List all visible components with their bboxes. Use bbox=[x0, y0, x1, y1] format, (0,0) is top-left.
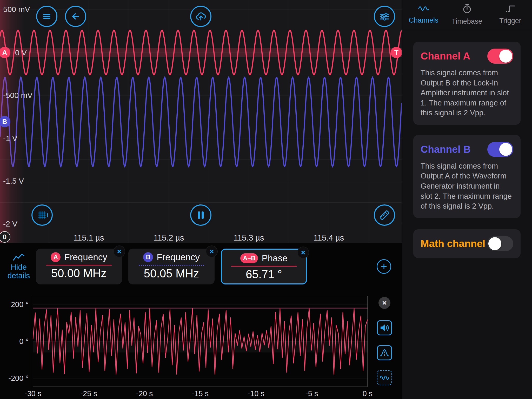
scope-y-label: -2 V bbox=[3, 220, 17, 228]
measurement-cards: AFrequency50.00 MHz×BFrequency50.05 MHz×… bbox=[36, 249, 307, 284]
back-button[interactable] bbox=[65, 6, 86, 27]
ruler-icon bbox=[378, 209, 390, 221]
channel-card-header: Channel B bbox=[421, 142, 513, 157]
measurement-label: Phase bbox=[262, 253, 287, 263]
statistics-button[interactable] bbox=[377, 345, 392, 360]
pause-icon bbox=[196, 210, 205, 220]
scope-x-label: 115.1 µs bbox=[74, 233, 104, 243]
audio-monitor-button[interactable] bbox=[377, 320, 392, 335]
history-x-label: 0 s bbox=[363, 389, 373, 398]
channel-toggle[interactable] bbox=[487, 49, 513, 64]
precision-grid-button[interactable] bbox=[31, 204, 53, 226]
trigger-marker[interactable]: T bbox=[391, 47, 402, 58]
measurement-value: 50.05 MHz bbox=[144, 267, 199, 280]
scope-x-label: 115.2 µs bbox=[154, 233, 184, 243]
measurement-card[interactable]: AFrequency50.00 MHz× bbox=[36, 249, 122, 284]
scope-y-label: 0 V bbox=[15, 48, 27, 57]
channel-description: This signal comes from Output B of the L… bbox=[421, 68, 513, 118]
measurement-card-header: BFrequency bbox=[143, 252, 200, 262]
channel-card: Math channel bbox=[413, 229, 521, 258]
scope-x-label: 115.3 µs bbox=[234, 233, 264, 243]
speaker-icon bbox=[380, 323, 389, 332]
tab-label: Timebase bbox=[452, 17, 482, 25]
channel-title: Channel B bbox=[421, 144, 471, 155]
measurement-label: Frequency bbox=[157, 252, 200, 262]
measurement-value: 50.00 MHz bbox=[51, 267, 107, 280]
pause-button[interactable] bbox=[190, 204, 211, 226]
channel-badge: A–B bbox=[240, 253, 258, 263]
channel-card: Channel AThis signal comes from Output B… bbox=[413, 42, 521, 125]
hide-details-button[interactable]: Hide details bbox=[4, 253, 34, 280]
history-x-label: -20 s bbox=[136, 389, 153, 398]
oscilloscope-app: 500 mV0 V-500 mV-1 V-1.5 V-2 V 115.1 µs1… bbox=[0, 0, 532, 399]
close-icon: × bbox=[382, 298, 387, 307]
history-y-label: 200 ° bbox=[5, 300, 29, 309]
history-y-label: 0 ° bbox=[5, 337, 29, 346]
measurement-history-panel: 200 °0 °-200 °-30 s-25 s-20 s-15 s-10 s-… bbox=[0, 290, 402, 399]
channel-toggle[interactable] bbox=[487, 142, 513, 157]
menu-button[interactable] bbox=[36, 6, 57, 27]
history-close-button[interactable]: × bbox=[378, 297, 390, 309]
channel-card: Channel BThis signal comes from Output A… bbox=[413, 135, 521, 218]
scope-x-label: 115.4 µs bbox=[314, 233, 344, 243]
scope-y-label: -1.5 V bbox=[3, 177, 24, 185]
display-settings-button[interactable] bbox=[374, 6, 395, 27]
sidebar-tabbar: ChannelsTimebaseTrigger bbox=[402, 0, 532, 29]
channel-badge: A bbox=[51, 252, 61, 262]
measurement-value: 65.71 ° bbox=[246, 268, 282, 281]
toggle-knob bbox=[499, 143, 512, 156]
add-measurement-button[interactable]: + bbox=[377, 259, 391, 274]
measurement-bar: Hide details AFrequency50.00 MHz×BFreque… bbox=[0, 243, 402, 290]
history-plot bbox=[0, 290, 402, 399]
settings-sliders-icon bbox=[379, 11, 390, 22]
measure-ruler-button[interactable] bbox=[374, 204, 395, 226]
plus-icon: + bbox=[381, 260, 387, 273]
settings-sidebar: ChannelsTimebaseTrigger Channel AThis si… bbox=[402, 0, 532, 399]
channel-description: This signal comes from Output A of the W… bbox=[421, 161, 513, 211]
trigger-icon bbox=[505, 4, 516, 15]
channel-title: Math channel bbox=[421, 238, 485, 249]
tab-label: Channels bbox=[409, 16, 438, 24]
history-y-label: -200 ° bbox=[5, 374, 29, 383]
channel-title: Channel A bbox=[421, 50, 470, 62]
measurement-card[interactable]: BFrequency50.05 MHz× bbox=[128, 249, 215, 284]
channel-card-header: Channel A bbox=[421, 49, 513, 64]
channel-toggle[interactable] bbox=[487, 236, 513, 251]
channel-badge: B bbox=[143, 252, 153, 262]
history-x-label: -15 s bbox=[192, 389, 209, 398]
tab-timebase[interactable]: Timebase bbox=[445, 0, 489, 29]
history-x-label: -30 s bbox=[25, 389, 41, 398]
tab-channels[interactable]: Channels bbox=[402, 0, 445, 29]
scope-y-label: -1 V bbox=[3, 134, 17, 143]
sidebar-cards: Channel AThis signal comes from Output B… bbox=[402, 42, 532, 258]
trigger-level-band bbox=[0, 48, 402, 57]
measurement-card-header: AFrequency bbox=[51, 252, 107, 262]
menu-icon bbox=[42, 11, 52, 22]
peak-distribution-icon bbox=[380, 349, 389, 357]
scope-y-label: 500 mV bbox=[3, 5, 30, 14]
waveform-mode-icon bbox=[380, 374, 389, 382]
tab-label: Trigger bbox=[499, 17, 521, 25]
waveform-view-button[interactable] bbox=[377, 370, 392, 385]
history-x-label: -10 s bbox=[248, 389, 264, 398]
channel-card-header: Math channel bbox=[421, 236, 513, 251]
remove-measurement-button[interactable]: × bbox=[206, 245, 218, 257]
cloud-upload-icon bbox=[195, 11, 207, 22]
stopwatch-icon bbox=[462, 4, 472, 15]
measurement-label: Frequency bbox=[64, 252, 107, 262]
cloud-upload-button[interactable] bbox=[190, 6, 211, 27]
history-x-label: -25 s bbox=[80, 389, 97, 398]
back-arrow-icon bbox=[70, 11, 81, 22]
remove-measurement-button[interactable]: × bbox=[297, 247, 309, 258]
history-x-label: -5 s bbox=[305, 389, 318, 398]
tab-trigger[interactable]: Trigger bbox=[489, 0, 532, 29]
toggle-knob bbox=[499, 50, 512, 63]
main-column: 500 mV0 V-500 mV-1 V-1.5 V-2 V 115.1 µs1… bbox=[0, 0, 402, 399]
scope-display[interactable]: 500 mV0 V-500 mV-1 V-1.5 V-2 V 115.1 µs1… bbox=[0, 0, 402, 243]
sine-icon bbox=[418, 5, 429, 14]
toggle-knob bbox=[488, 237, 501, 250]
remove-measurement-button[interactable]: × bbox=[113, 245, 125, 257]
scope-y-label: -500 mV bbox=[3, 91, 32, 100]
measurement-card-header: A–BPhase bbox=[240, 253, 287, 263]
measurement-card[interactable]: A–BPhase65.71 °× bbox=[221, 249, 307, 284]
